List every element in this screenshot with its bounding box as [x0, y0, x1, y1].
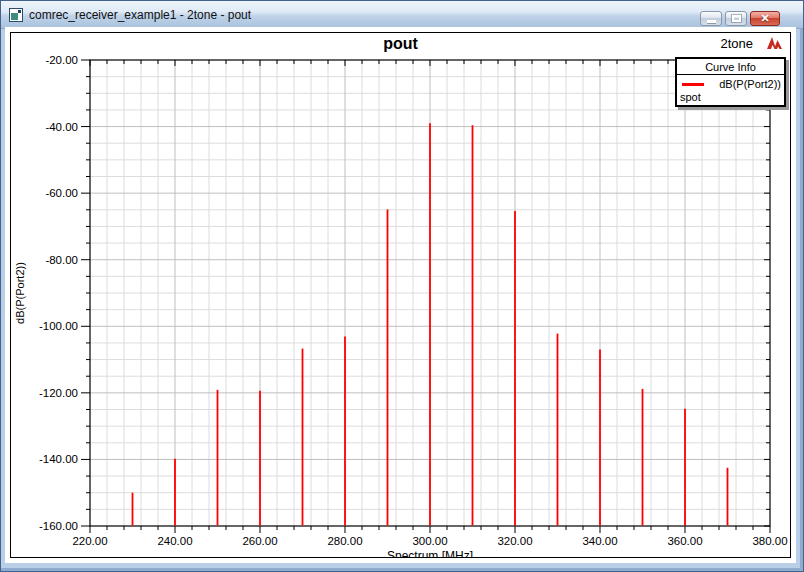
- plot-title: pout: [11, 35, 790, 53]
- minimize-button[interactable]: [700, 11, 722, 26]
- ansoft-logo-icon: [766, 36, 783, 50]
- svg-text:260.00: 260.00: [242, 535, 277, 547]
- svg-text:-100.00: -100.00: [39, 320, 78, 332]
- report-window-icon-dot: [18, 10, 21, 13]
- svg-text:340.00: 340.00: [582, 535, 617, 547]
- y-axis-title: dB(P(Port2)): [14, 233, 26, 353]
- minimize-icon: [707, 20, 716, 23]
- report-window-icon-detail: [11, 13, 18, 20]
- svg-text:240.00: 240.00: [157, 535, 192, 547]
- close-icon: ✕: [751, 12, 779, 25]
- maximize-icon: [732, 15, 741, 22]
- svg-text:220.00: 220.00: [72, 535, 107, 547]
- legend-header: Curve Info: [677, 59, 784, 75]
- svg-text:280.00: 280.00: [327, 535, 362, 547]
- title-bar[interactable]: comrec_receiver_example1 - 2tone - pout …: [1, 1, 803, 29]
- svg-text:-40.00: -40.00: [45, 121, 78, 133]
- svg-text:-80.00: -80.00: [45, 254, 78, 266]
- window-title: comrec_receiver_example1 - 2tone - pout: [29, 8, 251, 22]
- svg-text:320.00: 320.00: [497, 535, 532, 547]
- svg-text:-20.00: -20.00: [45, 54, 78, 66]
- svg-text:380.00: 380.00: [752, 535, 787, 547]
- trace-color-swatch: [682, 83, 704, 86]
- report-sheet: 220.00240.00260.00280.00300.00320.00340.…: [10, 32, 791, 558]
- window-controls: ✕: [700, 11, 780, 26]
- plot-area[interactable]: 220.00240.00260.00280.00300.00320.00340.…: [11, 33, 790, 557]
- close-button[interactable]: ✕: [750, 11, 780, 26]
- svg-text:-160.00: -160.00: [39, 520, 78, 532]
- maximize-button[interactable]: [725, 11, 747, 26]
- legend-trace-label: dB(P(Port2)): [704, 78, 781, 90]
- legend-box[interactable]: Curve Info dB(P(Port2)) spot: [675, 57, 786, 107]
- legend-sweep-label: spot: [677, 90, 784, 105]
- svg-text:-120.00: -120.00: [39, 387, 78, 399]
- svg-text:Spectrum [MHz]: Spectrum [MHz]: [387, 549, 473, 557]
- svg-text:300.00: 300.00: [412, 535, 447, 547]
- svg-text:-140.00: -140.00: [39, 453, 78, 465]
- report-window-icon: [9, 8, 23, 22]
- design-name-label: 2tone: [720, 36, 753, 51]
- application-window: comrec_receiver_example1 - 2tone - pout …: [0, 0, 804, 572]
- svg-text:360.00: 360.00: [667, 535, 702, 547]
- svg-text:-60.00: -60.00: [45, 187, 78, 199]
